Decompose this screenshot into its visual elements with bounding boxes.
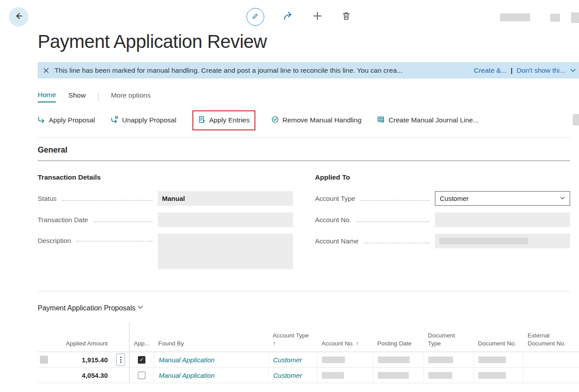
account-type-dropdown[interactable]: Customer <box>435 191 570 206</box>
account-no-field <box>435 212 570 227</box>
chevron-down-icon <box>559 195 565 202</box>
dotted-leader <box>76 241 152 242</box>
create-journal-link[interactable]: Create &... <box>474 67 507 74</box>
action-label: Apply Proposal <box>49 116 95 124</box>
row-selector-cell[interactable] <box>38 368 50 383</box>
pencil-icon <box>251 12 259 22</box>
page-title: Payment Application Review <box>38 31 579 52</box>
col-header-account-no[interactable]: Account No. ↑ <box>317 322 373 352</box>
ribbon-tabs: Home Show More options <box>38 91 579 102</box>
found-by-link[interactable]: Manual Application <box>159 356 215 364</box>
remove-manual-handling-button[interactable]: Remove Manual Handling <box>271 116 361 125</box>
group-title: Applied To <box>315 173 571 181</box>
col-header-posting-date[interactable]: Posting Date <box>373 322 423 352</box>
redacted-block <box>500 13 530 21</box>
row-menu-button[interactable] <box>116 353 125 366</box>
share-arrow-icon <box>283 11 293 23</box>
unapply-arrow-icon <box>111 116 118 125</box>
redacted-block <box>428 357 453 363</box>
group-applied-to: Applied To Account Type Customer Account… <box>315 173 571 276</box>
proposals-title: Payment Application Proposals <box>38 304 136 312</box>
col-header-applied[interactable]: App... <box>129 322 154 352</box>
redacted-block <box>550 14 560 22</box>
col-header-applied-amount[interactable]: Applied Amount <box>50 322 112 352</box>
applied-checkbox[interactable] <box>138 372 145 379</box>
tab-home[interactable]: Home <box>38 91 56 102</box>
delete-button[interactable] <box>341 11 351 23</box>
dotted-leader <box>364 243 430 243</box>
action-label: Create Manual Journal Line... <box>388 116 478 124</box>
field-label: Account Name <box>315 237 359 245</box>
section-heading-general: General <box>38 145 570 161</box>
apply-proposal-button[interactable]: Apply Proposal <box>38 116 95 125</box>
col-header-select <box>38 322 50 352</box>
back-button[interactable] <box>9 7 28 27</box>
proposals-part-caption[interactable]: Payment Application Proposals <box>38 304 144 312</box>
col-header-found-by[interactable]: Found By <box>154 322 268 352</box>
account-type-link[interactable]: Customer <box>273 372 302 379</box>
divider <box>38 291 570 291</box>
posting-date-cell <box>373 368 423 383</box>
applied-checkbox-cell <box>129 352 154 368</box>
field-row-description: Description <box>38 234 293 269</box>
col-header-document-no[interactable]: Document No. <box>473 322 523 352</box>
col-header-external-document-no[interactable]: External Document No. <box>523 322 579 352</box>
unapply-proposal-button[interactable]: Unapply Proposal <box>111 116 176 125</box>
tab-show[interactable]: Show <box>68 91 86 102</box>
notification-message: This line has been marked for manual han… <box>55 67 468 74</box>
description-field <box>158 234 293 269</box>
row-menu-cell <box>112 368 129 383</box>
applied-checkbox-cell <box>129 368 154 383</box>
more-options-button[interactable]: More options <box>111 91 151 102</box>
account-type-link[interactable]: Customer <box>273 356 302 364</box>
new-button[interactable] <box>312 11 323 23</box>
found-by-link[interactable]: Manual Application <box>159 372 215 379</box>
close-icon[interactable] <box>43 67 49 74</box>
row-selector-cell[interactable] <box>38 352 50 368</box>
transaction-date-field <box>158 212 293 227</box>
field-label: Account No. <box>315 216 352 223</box>
proposals-table: Applied Amount App... Found By Account T… <box>38 322 579 383</box>
account-type-cell: Customer <box>268 368 317 383</box>
document-no-cell <box>473 352 523 368</box>
apply-arrow-icon <box>38 116 45 125</box>
applied-amount-cell: 4,054.30 <box>50 368 112 383</box>
status-value: Manual <box>162 195 185 202</box>
notification-banner: This line has been marked for manual han… <box>38 62 579 78</box>
notification-actions: Create &... | Don't show thi... <box>474 67 565 74</box>
share-button[interactable] <box>283 11 293 23</box>
row-selected-indicator <box>40 356 48 364</box>
field-row-transaction-date: Transaction Date <box>38 212 293 227</box>
col-header-document-type[interactable]: Document Type <box>423 322 473 352</box>
link-separator: | <box>511 67 512 74</box>
dont-show-link[interactable]: Don't show thi... <box>516 67 565 74</box>
edit-button[interactable] <box>246 8 264 26</box>
general-form: Transaction Details Status Manual Transa… <box>38 173 570 276</box>
account-no-cell <box>317 368 373 383</box>
posting-date-cell <box>373 352 423 368</box>
account-name-field <box>435 234 570 248</box>
found-by-cell: Manual Application <box>154 352 268 368</box>
field-row-account-type: Account Type Customer <box>315 191 571 206</box>
account-no-cell <box>317 352 373 368</box>
redacted-block <box>439 238 528 244</box>
create-manual-journal-line-button[interactable]: Create Manual Journal Line... <box>377 116 478 125</box>
dotted-leader <box>62 200 153 201</box>
field-label: Transaction Date <box>38 216 88 223</box>
general-section: General Transaction Details Status Manua… <box>38 145 570 276</box>
action-label: Apply Entries <box>209 116 250 124</box>
tab-divider <box>98 92 98 102</box>
page-content: Payment Application Review This line has… <box>38 28 579 383</box>
col-header-account-type[interactable]: Account Type ↑ <box>268 322 317 352</box>
found-by-cell: Manual Application <box>154 368 268 383</box>
apply-entries-button[interactable]: Apply Entries <box>192 110 255 130</box>
redacted-block <box>573 114 579 125</box>
document-type-cell <box>423 368 473 383</box>
field-row-account-name: Account Name <box>315 234 571 248</box>
chevron-down-icon[interactable] <box>570 67 576 74</box>
document-no-cell <box>473 368 523 383</box>
arrow-left-icon <box>14 12 23 22</box>
applied-checkbox[interactable] <box>138 356 145 364</box>
applied-amount-cell: 1,915.40 <box>50 352 112 368</box>
redacted-block <box>378 372 409 379</box>
